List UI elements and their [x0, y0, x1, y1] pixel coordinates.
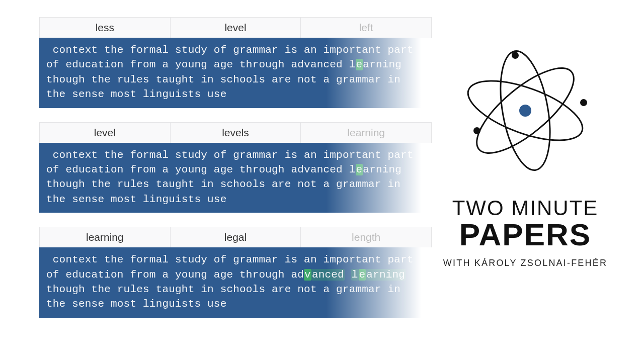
suggestion-cell[interactable]: level: [40, 123, 171, 143]
suggestion-cell[interactable]: length: [301, 227, 431, 247]
suggestion-cell[interactable]: legal: [171, 227, 301, 247]
prediction-block: levellevelslearning context the formal s…: [39, 122, 432, 213]
suggestion-row: lesslevelleft: [39, 17, 432, 38]
suggestion-cell[interactable]: left: [301, 18, 431, 38]
suggestion-row: learninglegallength: [39, 227, 432, 247]
brand-panel: TWO MINUTE PAPERS WITH KÁROLY ZSOLNAI-FE…: [435, 40, 616, 268]
suggestion-cell[interactable]: learning: [301, 123, 431, 143]
prediction-block: lesslevelleft context the formal study o…: [39, 17, 432, 108]
svg-point-6: [512, 52, 519, 59]
prediction-block: learninglegallength context the formal s…: [39, 227, 432, 318]
brand-subtitle: WITH KÁROLY ZSOLNAI-FEHÉR: [435, 258, 616, 268]
atom-icon: [455, 40, 596, 181]
text-panel: context the formal study of grammar is a…: [39, 247, 432, 318]
suggestion-cell[interactable]: level: [171, 18, 301, 38]
svg-point-5: [580, 99, 587, 106]
left-column: lesslevelleft context the formal study o…: [39, 17, 432, 332]
suggestion-row: levellevelslearning: [39, 122, 432, 143]
text-panel: context the formal study of grammar is a…: [39, 38, 432, 108]
brand-title-line2: PAPERS: [435, 220, 616, 250]
stage: lesslevelleft context the formal study o…: [0, 0, 644, 362]
brand-title-line1: TWO MINUTE: [435, 196, 616, 220]
suggestion-cell[interactable]: less: [40, 18, 171, 38]
suggestion-cell[interactable]: levels: [171, 123, 301, 143]
text-panel: context the formal study of grammar is a…: [39, 143, 432, 213]
suggestion-cell[interactable]: learning: [40, 227, 171, 247]
svg-point-4: [473, 127, 480, 134]
brand-title: TWO MINUTE PAPERS: [435, 196, 616, 250]
svg-point-3: [519, 105, 531, 117]
